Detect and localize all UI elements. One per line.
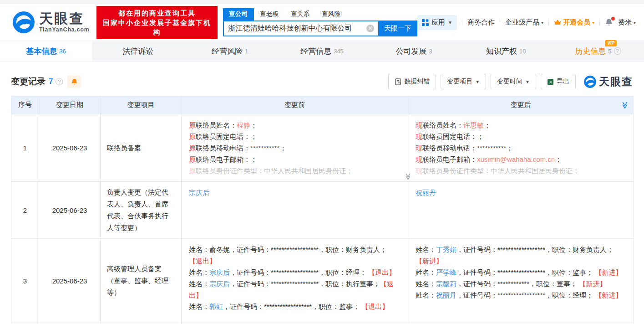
col-header-date: 变更日期 xyxy=(39,96,101,114)
col-header-no: 序号 xyxy=(11,96,39,114)
search-tab-company[interactable]: 查公司 xyxy=(223,8,254,21)
tab-operation-risk[interactable]: 经营风险 1 xyxy=(184,41,276,61)
tab-count: 345 xyxy=(334,48,344,55)
subscribe-bell-button[interactable] xyxy=(67,76,81,88)
collapse-all-icon[interactable]: ≫ xyxy=(621,102,629,109)
change-line: 现联络员固定电话：； xyxy=(416,131,626,142)
apps-grid-icon xyxy=(422,19,429,26)
search-input[interactable] xyxy=(223,21,378,36)
text-segment: 联络员移动电话：***********； xyxy=(196,144,286,152)
tab-label: 法律诉讼 xyxy=(122,46,153,57)
text-segment: 姓名： xyxy=(189,268,209,276)
enterprise-label: 企业级产品 xyxy=(505,18,539,27)
filter-change-item-button[interactable]: 变更项目 ▼ xyxy=(441,74,486,89)
person-link[interactable]: 宗庆后 xyxy=(209,268,230,276)
section-count: 7 xyxy=(49,77,53,86)
text-segment: 姓名： xyxy=(416,280,436,288)
button-label: 数据纠错 xyxy=(404,77,430,86)
change-line: 宗庆后 xyxy=(189,187,401,198)
person-link[interactable]: 祝丽丹 xyxy=(436,291,456,299)
cell-change-item: 高级管理人员备案（董事、监事、经理等） xyxy=(101,239,182,323)
filter-change-time-button[interactable]: 变更时间 ▼ xyxy=(491,74,536,89)
text-segment: 现 xyxy=(416,155,422,163)
change-line: 原联络员姓名：程静； xyxy=(189,119,401,131)
logo-swirl-icon xyxy=(584,76,596,88)
export-button[interactable]: X 导出 xyxy=(541,74,576,89)
notification-dot xyxy=(611,17,615,21)
tab-intellectual-property[interactable]: 知识产权 10 xyxy=(460,41,552,61)
change-line: 现联络员姓名：许思敏； xyxy=(416,119,626,131)
tianyancha-logo[interactable]: 天眼查 TianYanCha.com xyxy=(13,11,89,33)
text-segment: ，证件号码：******************，职位：监事； xyxy=(223,303,361,310)
person-link[interactable]: 祝丽丹 xyxy=(416,189,436,196)
clear-search-icon[interactable]: ✕ xyxy=(366,25,374,32)
notifications-bell[interactable] xyxy=(605,18,613,26)
vip-label: 开通会员 xyxy=(563,18,590,27)
change-line: 原联络员电子邮箱：； xyxy=(189,154,401,165)
search-submit-button[interactable]: 天眼一下 xyxy=(378,21,417,36)
search-tabs: 查公司 查老板 查关系 查风险 xyxy=(223,8,417,21)
text-segment: 原 xyxy=(189,155,196,163)
text-segment: 联络员固定电话：； xyxy=(422,133,484,140)
cell-change-date: 2025-06-23 xyxy=(39,239,101,323)
tab-label: 经营风险 xyxy=(212,46,243,57)
person-link[interactable]: 郭虹 xyxy=(209,303,223,310)
help-icon[interactable]: ? xyxy=(614,47,621,55)
person-link[interactable]: 严学峰 xyxy=(436,268,456,276)
text-segment: 【退出】 xyxy=(368,268,396,276)
cell-change-item: 负责人变更（法定代表人、负责人、首席代表、合伙事务执行人等变更） xyxy=(101,182,182,239)
nav-cooperation[interactable]: 商务合作 xyxy=(467,18,495,27)
text-segment: 程静 xyxy=(237,121,250,129)
nav-enterprise-products[interactable]: 企业级产品 ▾ xyxy=(505,18,543,27)
change-line: 现联络员身份证件类型：中华人民共和国居民身份证； xyxy=(416,165,626,176)
person-link[interactable]: 宗庆后 xyxy=(189,189,209,196)
tab-label: 历史信息 xyxy=(575,47,606,56)
tab-label: 知识产权 xyxy=(486,46,517,57)
search-block: 查公司 查老板 查关系 查风险 ✕ 天眼一下 xyxy=(223,8,417,36)
tab-label: 基本信息 xyxy=(26,46,57,57)
chevron-down-icon: ▾ xyxy=(541,20,543,25)
tab-history-info[interactable]: 历史信息 VIP 5 ? xyxy=(552,41,644,61)
change-record-table-wrap: 序号 变更日期 变更项目 变更前 变更后 ≫ 12025-06-23联络员备案原… xyxy=(11,96,633,324)
cell-no: 2 xyxy=(11,182,39,239)
text-segment: 姓名：俞冬妮，证件号码：******************，职位：财务负责人； xyxy=(189,246,387,253)
col-header-after-label: 变更后 xyxy=(511,101,531,108)
change-line: 姓名：俞冬妮，证件号码：******************，职位：财务负责人；… xyxy=(189,244,401,267)
person-link[interactable]: 宗庆后 xyxy=(209,280,230,288)
tab-count: 36 xyxy=(59,48,66,55)
change-line: 原联络员移动电话：***********； xyxy=(189,142,401,154)
table-row: 12025-06-23联络员备案原联络员姓名：程静；原联络员固定电话：；原联络员… xyxy=(11,114,634,182)
cell-before-change: 原联络员姓名：程静；原联络员固定电话：；原联络员移动电话：***********… xyxy=(182,114,408,182)
nav-user-menu[interactable]: 费米 ▾ xyxy=(618,18,636,27)
username: 费米 xyxy=(618,18,632,27)
tab-company-development[interactable]: 公司发展 3 xyxy=(368,41,460,61)
change-line: 姓名：严学峰，证件号码：******************，职位：监事； 【新… xyxy=(416,267,626,278)
search-tab-relation[interactable]: 查关系 xyxy=(285,8,316,21)
text-segment: ，证件号码：******************，职位：监事； xyxy=(456,268,595,276)
cell-no: 1 xyxy=(11,114,39,182)
col-header-before: 变更前 xyxy=(182,96,408,114)
data-correction-button[interactable]: 数据纠错 xyxy=(388,74,436,89)
apps-menu[interactable]: 应用 ▼ xyxy=(417,15,457,30)
tab-label: 经营信息 xyxy=(300,46,331,57)
tab-legal-litigation[interactable]: 法律诉讼 xyxy=(92,41,184,61)
search-tab-boss[interactable]: 查老板 xyxy=(254,8,285,21)
person-link[interactable]: 宗馥莉 xyxy=(436,280,456,288)
chevron-down-icon: ▼ xyxy=(448,20,452,25)
cell-before-change: 宗庆后 xyxy=(182,182,408,239)
tab-operation-info[interactable]: 经营信息 345 xyxy=(276,41,368,61)
change-line: 现联络员电子邮箱：xusimin@wahaha.com.cn； xyxy=(416,154,626,165)
top-nav: 应用 ▼ 商务合作 企业级产品 ▾ 开通会员 ▾ xyxy=(417,15,636,30)
help-icon[interactable]: ? xyxy=(56,78,63,85)
tab-basic-info[interactable]: 基本信息 36 xyxy=(0,41,92,61)
text-segment: 【新进】 xyxy=(416,257,443,265)
text-segment: xusimin@wahaha.com.cn xyxy=(477,155,555,163)
person-link[interactable]: 丁秀娟 xyxy=(436,246,456,253)
divider xyxy=(462,19,462,26)
nav-open-vip[interactable]: 开通会员 ▾ xyxy=(554,18,594,27)
change-line: 姓名：宗庆后，证件号码：******************，职位：执行董事；【… xyxy=(189,278,401,301)
change-line: 姓名：丁秀娟，证件号码：******************，职位：财务负责人；… xyxy=(416,244,626,267)
text-segment: ； xyxy=(250,121,257,129)
change-record-table: 序号 变更日期 变更项目 变更前 变更后 ≫ 12025-06-23联络员备案原… xyxy=(11,96,634,324)
search-tab-risk[interactable]: 查风险 xyxy=(316,8,347,21)
